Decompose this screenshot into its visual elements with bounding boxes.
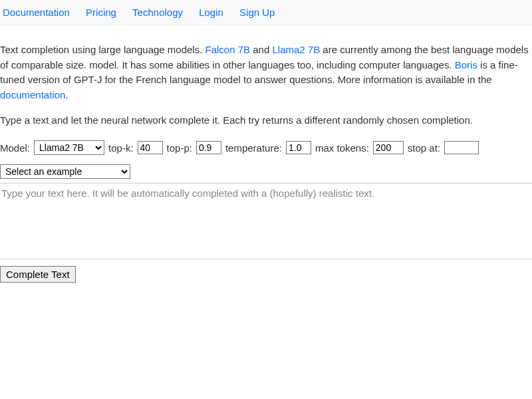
topp-input[interactable] bbox=[196, 141, 221, 154]
model-label: Model: bbox=[0, 142, 30, 154]
link-boris[interactable]: Boris bbox=[455, 59, 477, 70]
temperature-label: temperature: bbox=[225, 142, 282, 154]
main-content: Text completion using large language mod… bbox=[0, 25, 532, 283]
stopat-label: stop at: bbox=[408, 142, 440, 154]
desc-text: model. It has some abilities in other la… bbox=[89, 59, 455, 70]
nav-documentation[interactable]: Documentation bbox=[3, 7, 70, 18]
controls-row: Model: Llama2 7B top-k: top-p: temperatu… bbox=[0, 140, 532, 155]
temperature-input[interactable] bbox=[286, 141, 311, 154]
nav-login[interactable]: Login bbox=[199, 7, 223, 18]
maxtokens-input[interactable] bbox=[373, 141, 404, 154]
button-row: Complete Text bbox=[0, 266, 532, 283]
desc-text: Text completion using large language mod… bbox=[0, 44, 205, 55]
link-llama2-7b[interactable]: Llama2 7B bbox=[272, 44, 320, 55]
topk-input[interactable] bbox=[138, 141, 163, 154]
textarea-container bbox=[0, 183, 532, 259]
nav-pricing[interactable]: Pricing bbox=[86, 7, 116, 18]
stopat-input[interactable] bbox=[444, 141, 479, 154]
link-documentation[interactable]: documentation bbox=[0, 89, 65, 100]
nav-technology[interactable]: Technology bbox=[132, 7, 183, 18]
link-falcon7b[interactable]: Falcon 7B bbox=[205, 44, 251, 55]
topk-label: top-k: bbox=[108, 142, 134, 154]
prompt-textarea[interactable] bbox=[0, 184, 532, 257]
example-row: Select an example bbox=[0, 164, 532, 179]
description-paragraph: Text completion using large language mod… bbox=[0, 43, 532, 102]
example-select[interactable]: Select an example bbox=[0, 164, 130, 179]
topp-label: top-p: bbox=[167, 142, 192, 154]
maxtokens-label: max tokens: bbox=[315, 142, 369, 154]
complete-text-button[interactable]: Complete Text bbox=[0, 266, 76, 283]
model-select[interactable]: Llama2 7B bbox=[34, 140, 104, 155]
instructions-text: Type a text and let the neural network c… bbox=[0, 114, 532, 126]
navbar: Documentation Pricing Technology Login S… bbox=[0, 0, 532, 25]
desc-text: and bbox=[250, 44, 272, 55]
nav-signup[interactable]: Sign Up bbox=[239, 7, 275, 18]
desc-text: . bbox=[65, 89, 68, 100]
